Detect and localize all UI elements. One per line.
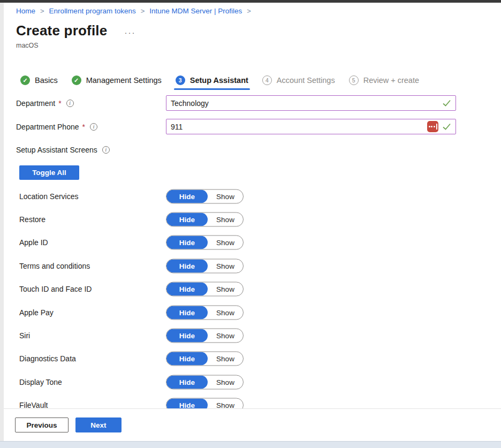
toggle-hide-option[interactable]: Hide xyxy=(166,189,208,203)
step-number-icon: 3 xyxy=(176,75,185,85)
page-title: Create profile xyxy=(16,22,107,39)
setup-screen-label: Display Tone xyxy=(19,378,62,386)
page-header: Create profile ··· xyxy=(16,22,135,39)
breadcrumb-enrollment-tokens-link[interactable]: Enrollment program tokens xyxy=(49,7,136,15)
setup-screen-label: Restore xyxy=(19,215,45,224)
department-phone-label: Department Phone* i xyxy=(16,119,97,134)
more-options-icon[interactable]: ··· xyxy=(124,25,135,37)
hide-show-toggle[interactable]: Hide Show xyxy=(166,259,244,273)
info-icon[interactable]: i xyxy=(66,100,74,107)
department-input[interactable]: Technology xyxy=(166,95,456,111)
setup-screens-list: Location Services Hide Show Restore Hide… xyxy=(16,185,485,417)
department-field-row: Department* i Technology xyxy=(16,95,485,111)
setup-screen-row: Touch ID and Face ID Hide Show xyxy=(16,278,485,301)
wizard-steps: ✓ Basics ✓ Management Settings 3 Setup A… xyxy=(20,72,419,88)
info-icon[interactable]: i xyxy=(90,123,97,131)
wizard-footer: Previous Next xyxy=(4,408,501,441)
setup-screen-row: Apple Pay Hide Show xyxy=(16,301,485,324)
toggle-hide-option[interactable]: Hide xyxy=(166,283,208,296)
hide-show-toggle[interactable]: Hide Show xyxy=(166,329,244,343)
step-number-icon: 5 xyxy=(349,75,359,85)
toggle-show-option[interactable]: Show xyxy=(208,283,243,296)
window-left-edge xyxy=(0,3,4,441)
department-phone-field-row: Department Phone* i 911 xyxy=(16,119,485,134)
setup-screen-row: Apple ID Hide Show xyxy=(16,231,485,254)
tab-management-settings[interactable]: ✓ Management Settings xyxy=(72,75,162,85)
toggle-all-button[interactable]: Toggle All xyxy=(19,165,79,180)
next-button[interactable]: Next xyxy=(75,417,122,432)
breadcrumb-intune-mdm-profiles-link[interactable]: Intune MDM Server | Profiles xyxy=(149,7,242,15)
toggle-show-option[interactable]: Show xyxy=(208,375,243,389)
hide-show-toggle[interactable]: Hide Show xyxy=(166,212,244,227)
toggle-hide-option[interactable]: Hide xyxy=(166,352,208,366)
setup-screen-row: Restore Hide Show xyxy=(16,208,485,231)
breadcrumb-separator: > xyxy=(247,7,251,15)
tab-label: Management Settings xyxy=(86,76,162,85)
toggle-show-option[interactable]: Show xyxy=(208,352,243,366)
setup-screen-label: Diagnostics Data xyxy=(19,354,76,363)
hide-show-toggle[interactable]: Hide Show xyxy=(166,375,244,389)
tab-label: Review + create xyxy=(363,76,419,85)
department-phone-input-value: 911 xyxy=(171,123,427,131)
window-bottom-edge xyxy=(0,441,501,448)
tab-setup-assistant[interactable]: 3 Setup Assistant xyxy=(176,75,248,85)
tab-label: Account Settings xyxy=(277,76,335,85)
toggle-show-option[interactable]: Show xyxy=(208,259,243,272)
section-label-text: Setup Assistant Screens xyxy=(16,146,97,154)
hide-show-toggle[interactable]: Hide Show xyxy=(166,189,244,203)
toggle-hide-option[interactable]: Hide xyxy=(166,329,208,343)
setup-screen-row: Location Services Hide Show xyxy=(16,185,485,208)
toggle-hide-option[interactable]: Hide xyxy=(166,213,208,226)
toggle-hide-option[interactable]: Hide xyxy=(166,236,208,249)
toggle-show-option[interactable]: Show xyxy=(208,213,243,226)
department-input-value: Technology xyxy=(171,99,442,108)
toggle-show-option[interactable]: Show xyxy=(208,236,243,249)
setup-screen-row: Siri Hide Show xyxy=(16,324,485,347)
toggle-hide-option[interactable]: Hide xyxy=(166,375,208,389)
field-label-text: Department Phone xyxy=(16,123,79,131)
toggle-hide-option[interactable]: Hide xyxy=(166,306,208,319)
hide-show-toggle[interactable]: Hide Show xyxy=(166,352,244,366)
step-number-icon: 4 xyxy=(262,75,272,85)
tab-basics[interactable]: ✓ Basics xyxy=(20,75,58,85)
check-circle-icon: ✓ xyxy=(20,75,30,85)
valid-check-icon xyxy=(442,98,451,108)
breadcrumb-separator: > xyxy=(40,7,44,15)
toggle-hide-option[interactable]: Hide xyxy=(166,259,208,272)
toggle-show-option[interactable]: Show xyxy=(208,189,243,203)
valid-check-icon xyxy=(442,122,451,131)
breadcrumb-separator: > xyxy=(141,7,145,15)
window-top-edge xyxy=(0,0,501,3)
setup-screen-row: Display Tone Hide Show xyxy=(16,370,485,393)
required-asterisk: * xyxy=(82,123,85,131)
tab-label: Basics xyxy=(35,76,58,85)
setup-screen-label: Terms and conditions xyxy=(19,262,90,270)
tab-account-settings[interactable]: 4 Account Settings xyxy=(262,75,335,85)
field-label-text: Department xyxy=(16,99,55,108)
setup-screen-row: Terms and conditions Hide Show xyxy=(16,254,485,277)
setup-screen-label: Location Services xyxy=(19,192,79,201)
setup-screen-row: Diagnostics Data Hide Show xyxy=(16,347,485,370)
tab-label: Setup Assistant xyxy=(190,76,248,85)
setup-screen-label: Apple ID xyxy=(19,238,48,247)
hide-show-toggle[interactable]: Hide Show xyxy=(166,236,244,250)
page-subtitle: macOS xyxy=(16,42,39,49)
hide-show-toggle[interactable]: Hide Show xyxy=(166,282,244,297)
breadcrumb-home-link[interactable]: Home xyxy=(16,7,35,15)
breadcrumb: Home > Enrollment program tokens > Intun… xyxy=(16,7,256,15)
check-circle-icon: ✓ xyxy=(72,75,81,85)
required-asterisk: * xyxy=(58,99,61,108)
hide-show-toggle[interactable]: Hide Show xyxy=(166,305,244,320)
setup-assistant-screens-label: Setup Assistant Screens i xyxy=(16,146,110,154)
toggle-show-option[interactable]: Show xyxy=(208,329,243,343)
setup-screen-label: Siri xyxy=(19,331,30,340)
tab-review-create[interactable]: 5 Review + create xyxy=(349,75,419,85)
password-manager-extension-icon[interactable] xyxy=(427,121,438,132)
department-label: Department* i xyxy=(16,95,74,111)
previous-button[interactable]: Previous xyxy=(15,417,69,432)
info-icon[interactable]: i xyxy=(102,146,110,154)
setup-screen-label: Apple Pay xyxy=(19,308,54,317)
toggle-show-option[interactable]: Show xyxy=(208,306,243,319)
department-phone-input[interactable]: 911 xyxy=(166,119,456,134)
setup-screen-label: Touch ID and Face ID xyxy=(19,285,92,293)
